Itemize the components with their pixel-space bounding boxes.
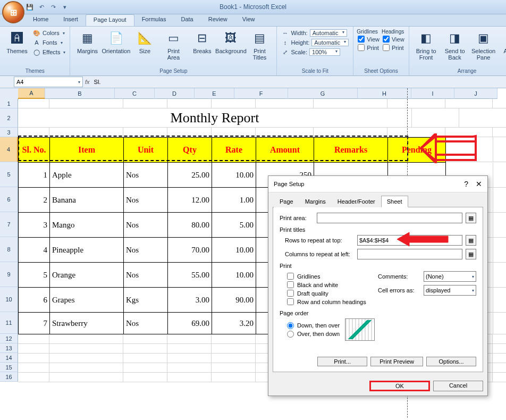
- tab-view[interactable]: View: [235, 14, 263, 26]
- col-header[interactable]: J: [454, 88, 497, 99]
- row-header[interactable]: 12: [0, 334, 18, 343]
- row-header[interactable]: 9: [0, 262, 18, 287]
- background-button[interactable]: 🖼Background: [217, 29, 244, 55]
- header-cell[interactable]: Rate: [212, 137, 256, 163]
- header-cell[interactable]: Remarks: [314, 137, 388, 163]
- col-header[interactable]: B: [45, 88, 115, 99]
- data-cell[interactable]: [493, 288, 506, 313]
- dlg-tab-margins[interactable]: Margins: [299, 196, 332, 207]
- data-cell[interactable]: Banana: [50, 188, 124, 213]
- row-header[interactable]: 13: [0, 343, 18, 353]
- dlg-tab-header-footer[interactable]: Header/Footer: [332, 196, 381, 207]
- selection-pane-button[interactable]: ▣Selection Pane: [470, 29, 497, 62]
- print-button[interactable]: Print...: [317, 357, 367, 366]
- data-cell[interactable]: 10.00: [212, 163, 256, 188]
- scale-pct[interactable]: ⤢Scale: 100%▾: [280, 48, 350, 56]
- data-cell[interactable]: Mango: [50, 213, 124, 238]
- data-cell[interactable]: 3.00: [168, 288, 212, 313]
- header-cell[interactable]: Amount: [256, 137, 314, 163]
- data-cell[interactable]: 1: [18, 163, 50, 188]
- redo-icon[interactable]: ↷: [49, 3, 57, 11]
- data-cell[interactable]: Strawberry: [50, 313, 124, 334]
- header-cell[interactable]: Unit: [124, 137, 168, 163]
- scale-width[interactable]: ↔Width: Automatic▾: [280, 29, 350, 37]
- col-header[interactable]: C: [115, 88, 155, 99]
- help-button[interactable]: ?: [464, 180, 468, 188]
- data-cell[interactable]: Apple: [50, 163, 124, 188]
- data-cell[interactable]: Pineapple: [50, 238, 124, 263]
- data-cell[interactable]: 10.00: [212, 238, 256, 263]
- data-cell[interactable]: Kgs: [124, 288, 168, 313]
- data-cell[interactable]: 7: [18, 313, 50, 334]
- effects-button[interactable]: ◯Effects▾: [32, 48, 66, 56]
- undo-icon[interactable]: ↶: [37, 3, 46, 11]
- comments-select[interactable]: (None)▾: [424, 271, 476, 282]
- data-cell[interactable]: 3.20: [212, 313, 256, 334]
- headings-view[interactable]: View: [382, 35, 406, 43]
- margins-button[interactable]: ▦Margins: [73, 29, 101, 55]
- print-titles-button[interactable]: ▤Print Titles: [246, 29, 273, 62]
- data-cell[interactable]: [493, 188, 506, 213]
- col-header[interactable]: A: [18, 88, 45, 99]
- range-select-icon[interactable]: ▦: [466, 213, 476, 223]
- row-header[interactable]: 2: [0, 108, 18, 128]
- col-header[interactable]: G: [288, 88, 358, 99]
- header-cell[interactable]: [493, 137, 506, 162]
- gridlines-checkbox[interactable]: [287, 273, 294, 280]
- dlg-tab-page[interactable]: Page: [274, 196, 299, 207]
- colors-button[interactable]: 🎨Colors▾: [32, 29, 66, 37]
- header-cell[interactable]: Qty: [168, 137, 212, 163]
- row-header[interactable]: 4: [0, 137, 18, 162]
- preview-button[interactable]: Print Preview: [370, 357, 423, 366]
- tab-formulas[interactable]: Formulas: [134, 14, 174, 26]
- data-cell[interactable]: [493, 163, 506, 188]
- size-button[interactable]: 📐Size: [131, 29, 158, 55]
- print-area-input[interactable]: [317, 213, 462, 223]
- col-header[interactable]: E: [195, 88, 234, 99]
- range-select-icon[interactable]: ▦: [466, 249, 476, 259]
- formula-input[interactable]: [93, 78, 414, 86]
- col-header[interactable]: D: [155, 88, 195, 99]
- data-cell[interactable]: 25.00: [168, 163, 212, 188]
- data-cell[interactable]: Nos: [124, 313, 168, 334]
- bw-checkbox[interactable]: [287, 281, 294, 288]
- data-cell[interactable]: Nos: [124, 263, 168, 288]
- data-cell[interactable]: 5.00: [212, 213, 256, 238]
- data-cell[interactable]: 1.00: [212, 188, 256, 213]
- row-header[interactable]: 16: [0, 372, 18, 382]
- col-header[interactable]: H: [358, 88, 411, 99]
- tab-home[interactable]: Home: [26, 14, 56, 26]
- data-cell[interactable]: 2: [18, 188, 50, 213]
- data-cell[interactable]: Nos: [124, 238, 168, 263]
- breaks-button[interactable]: ⊟Breaks: [188, 29, 216, 55]
- data-cell[interactable]: 12.00: [168, 188, 212, 213]
- tab-data[interactable]: Data: [173, 14, 200, 26]
- cancel-button[interactable]: Cancel: [433, 381, 483, 391]
- dlg-tab-sheet[interactable]: Sheet: [381, 196, 408, 207]
- data-cell[interactable]: Nos: [124, 163, 168, 188]
- header-cell[interactable]: Item: [50, 137, 124, 163]
- draft-checkbox[interactable]: [287, 290, 294, 297]
- data-cell[interactable]: 69.00: [168, 313, 212, 334]
- row-header[interactable]: 11: [0, 312, 18, 334]
- save-icon[interactable]: 💾: [26, 3, 34, 11]
- data-cell[interactable]: 4: [18, 238, 50, 263]
- data-cell[interactable]: 10.00: [212, 263, 256, 288]
- fx-label[interactable]: fx: [85, 79, 90, 85]
- options-button[interactable]: Options...: [426, 357, 476, 366]
- row-header[interactable]: 1: [0, 99, 18, 108]
- send-back-button[interactable]: ◨Send to Back: [441, 29, 469, 62]
- scale-height[interactable]: ↕Height: Automatic▾: [280, 38, 350, 47]
- ok-button[interactable]: OK: [369, 381, 430, 391]
- row-header[interactable]: 5: [0, 162, 18, 187]
- office-button[interactable]: ⊞: [2, 1, 24, 23]
- data-cell[interactable]: [493, 238, 506, 263]
- tab-page-layout[interactable]: Page Layout: [86, 14, 134, 26]
- data-cell[interactable]: 70.00: [168, 238, 212, 263]
- header-cell[interactable]: Sl. No.: [18, 137, 50, 163]
- chevron-down-icon[interactable]: ▾: [78, 80, 80, 85]
- tab-review[interactable]: Review: [201, 14, 235, 26]
- range-select-icon[interactable]: ▦: [466, 235, 476, 246]
- gridlines-print[interactable]: Print: [357, 44, 381, 52]
- fonts-button[interactable]: AFonts▾: [32, 38, 66, 47]
